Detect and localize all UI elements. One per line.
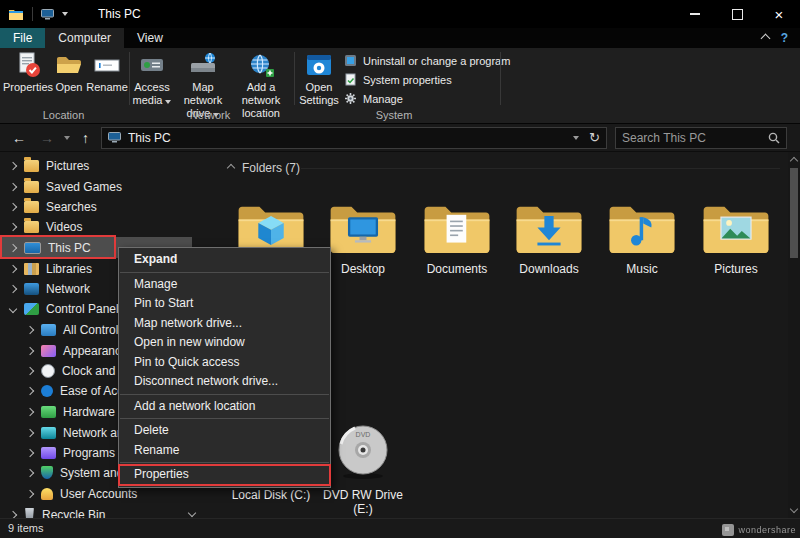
tile-music[interactable]: Music bbox=[597, 202, 687, 276]
tile-documents[interactable]: Documents bbox=[412, 202, 502, 276]
chevron-right-icon[interactable] bbox=[9, 284, 17, 292]
chevron-right-icon[interactable] bbox=[26, 325, 34, 333]
system-properties-button[interactable]: System properties bbox=[344, 71, 452, 88]
chevron-right-icon[interactable] bbox=[9, 182, 17, 190]
folder-icon bbox=[24, 201, 39, 213]
maximize-button[interactable] bbox=[716, 0, 758, 28]
tile-label: Downloads bbox=[504, 262, 594, 276]
open-settings-button[interactable]: Open Settings bbox=[296, 50, 342, 110]
menu-item-pin-to-start[interactable]: Pin to Start bbox=[119, 294, 330, 314]
quick-access-dropdown-icon[interactable] bbox=[62, 12, 68, 16]
chevron-right-icon[interactable] bbox=[26, 428, 34, 436]
access-media-label: Access media bbox=[133, 81, 170, 106]
menu-item-pin-to-quick-access[interactable]: Pin to Quick access bbox=[119, 353, 330, 373]
breadcrumb[interactable]: This PC bbox=[128, 131, 171, 145]
menu-separator bbox=[120, 462, 329, 463]
hardware-icon bbox=[41, 406, 56, 418]
access-media-icon bbox=[138, 51, 166, 79]
access-media-button[interactable]: Access media bbox=[128, 50, 176, 110]
manage-button[interactable]: Manage bbox=[344, 90, 403, 107]
chevron-right-icon[interactable] bbox=[26, 489, 34, 497]
menu-item-add-network-location[interactable]: Add a network location bbox=[119, 397, 330, 417]
system-properties-icon bbox=[344, 73, 357, 86]
context-menu: Expand Manage Pin to Start Map network d… bbox=[118, 247, 331, 488]
chevron-right-icon[interactable] bbox=[9, 222, 17, 230]
open-button[interactable]: Open bbox=[54, 50, 84, 110]
sidebar-item-videos[interactable]: Videos bbox=[0, 216, 192, 237]
control-panel-items-icon bbox=[41, 324, 56, 336]
dvd-logo-text: DVD bbox=[356, 431, 371, 438]
collapse-ribbon-icon[interactable] bbox=[760, 33, 770, 43]
chevron-down-icon[interactable] bbox=[9, 304, 17, 312]
chevron-right-icon[interactable] bbox=[9, 264, 17, 272]
quick-access-computer-icon[interactable] bbox=[41, 9, 54, 20]
tile-pictures[interactable]: Pictures bbox=[691, 202, 781, 276]
desktop-folder-icon bbox=[326, 202, 400, 260]
up-button[interactable]: ↑ bbox=[82, 131, 89, 145]
tab-computer[interactable]: Computer bbox=[45, 28, 124, 48]
chevron-right-icon[interactable] bbox=[26, 468, 34, 476]
properties-button-label: Properties bbox=[3, 81, 53, 93]
navigation-bar: ← → ↑ This PC ↻ bbox=[0, 124, 800, 152]
help-icon[interactable]: ? bbox=[781, 31, 788, 45]
menu-item-disconnect-network-drive[interactable]: Disconnect network drive... bbox=[119, 372, 330, 392]
open-settings-label: Open Settings bbox=[299, 81, 339, 106]
chevron-right-icon[interactable] bbox=[26, 407, 34, 415]
chevron-right-icon[interactable] bbox=[26, 448, 34, 456]
chevron-right-icon[interactable] bbox=[9, 202, 17, 210]
group-label-location: Location bbox=[0, 109, 127, 121]
sidebar-item-searches[interactable]: Searches bbox=[0, 196, 192, 217]
menu-item-manage[interactable]: Manage bbox=[119, 275, 330, 295]
group-header-folders[interactable]: Folders (7) bbox=[228, 161, 300, 175]
refresh-icon[interactable]: ↻ bbox=[589, 130, 600, 145]
scroll-down-icon[interactable] bbox=[790, 505, 798, 513]
tab-file[interactable]: File bbox=[0, 28, 45, 48]
menu-item-map-network-drive[interactable]: Map network drive... bbox=[119, 314, 330, 334]
menu-item-delete[interactable]: Delete bbox=[119, 421, 330, 441]
address-bar[interactable]: This PC ↻ bbox=[101, 127, 607, 149]
chevron-right-icon[interactable] bbox=[26, 386, 34, 394]
close-button[interactable]: × bbox=[758, 0, 800, 28]
manage-label: Manage bbox=[363, 93, 403, 105]
address-dropdown-icon[interactable] bbox=[573, 136, 579, 140]
tile-desktop[interactable]: Desktop bbox=[318, 202, 408, 276]
tile-downloads[interactable]: Downloads bbox=[504, 202, 594, 276]
menu-item-open-in-new-window[interactable]: Open in new window bbox=[119, 333, 330, 353]
menu-item-expand[interactable]: Expand bbox=[119, 250, 330, 270]
properties-icon bbox=[14, 51, 42, 79]
file-explorer-icon bbox=[8, 6, 24, 22]
forward-button[interactable]: → bbox=[40, 131, 54, 145]
map-network-drive-button[interactable]: Map network drive bbox=[176, 50, 230, 110]
search-input[interactable] bbox=[616, 130, 768, 146]
search-icon[interactable] bbox=[768, 132, 780, 144]
menu-item-properties[interactable]: Properties bbox=[119, 465, 330, 485]
collapse-group-icon[interactable] bbox=[227, 164, 235, 172]
tab-view[interactable]: View bbox=[124, 28, 176, 48]
recent-locations-dropdown-icon[interactable] bbox=[64, 136, 70, 140]
properties-button[interactable]: Properties bbox=[2, 50, 54, 110]
back-button[interactable]: ← bbox=[12, 131, 26, 145]
vertical-scrollbar[interactable] bbox=[788, 152, 800, 518]
scrollbar-thumb[interactable] bbox=[790, 168, 798, 258]
tile-dvd-rw-drive-e[interactable]: DVD DVD RW Drive (E:) bbox=[318, 414, 408, 516]
tab-view-label: View bbox=[137, 31, 163, 45]
add-network-location-button[interactable]: Add a network location bbox=[230, 50, 292, 110]
menu-item-rename[interactable]: Rename bbox=[119, 441, 330, 461]
control-panel-icon bbox=[24, 303, 39, 315]
group-header-label: Folders (7) bbox=[242, 161, 300, 175]
minimize-button[interactable] bbox=[674, 0, 716, 28]
chevron-right-icon[interactable] bbox=[26, 366, 34, 374]
chevron-right-icon[interactable] bbox=[26, 346, 34, 354]
search-box[interactable] bbox=[615, 127, 787, 149]
rename-button[interactable]: Rename bbox=[84, 50, 130, 110]
scroll-up-icon[interactable] bbox=[790, 157, 798, 165]
uninstall-program-button[interactable]: Uninstall or change a program bbox=[344, 52, 510, 69]
group-label-network: Network bbox=[128, 109, 292, 121]
tile-label: Desktop bbox=[318, 262, 408, 276]
sidebar-item-pictures[interactable]: Pictures bbox=[0, 155, 192, 176]
downloads-folder-icon bbox=[512, 202, 586, 260]
open-button-label: Open bbox=[56, 81, 83, 93]
programs-icon bbox=[41, 447, 56, 459]
chevron-right-icon[interactable] bbox=[9, 161, 17, 169]
sidebar-item-saved-games[interactable]: Saved Games bbox=[0, 176, 192, 197]
